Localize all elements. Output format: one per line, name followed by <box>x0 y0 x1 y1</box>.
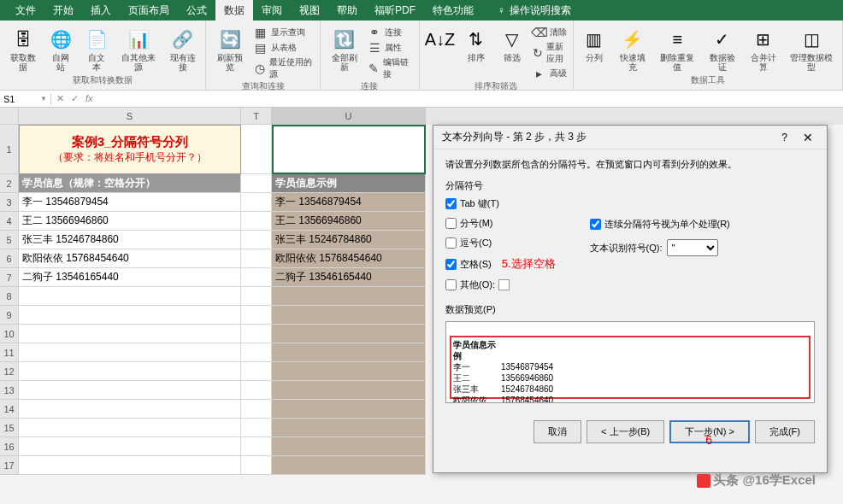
data-cell[interactable]: 张三丰 15246784860 <box>19 231 241 249</box>
tab-formulas[interactable]: 公式 <box>178 0 215 21</box>
row-header[interactable]: 11 <box>0 343 19 362</box>
col-header-s[interactable]: S <box>19 108 241 125</box>
row-header[interactable]: 6 <box>0 249 19 268</box>
row-header[interactable]: 3 <box>0 193 19 212</box>
flash-fill-button[interactable]: ⚡快速填充 <box>615 22 651 72</box>
cell[interactable] <box>272 362 426 381</box>
recent-sources-button[interactable]: ◷最近使用的源 <box>254 56 315 80</box>
comma-checkbox[interactable]: 逗号(C) <box>445 237 556 249</box>
cell[interactable] <box>19 325 241 343</box>
cell[interactable] <box>241 231 272 249</box>
row-header[interactable]: 9 <box>0 306 19 325</box>
selected-cell[interactable] <box>272 125 426 174</box>
consolidate-button[interactable]: ⊞合并计算 <box>746 22 781 72</box>
finish-button[interactable]: 完成(F) <box>755 420 815 443</box>
text-to-columns-button[interactable]: ▥分列 <box>579 22 610 62</box>
clear-filter-button[interactable]: ⌫清除 <box>533 26 568 39</box>
cell[interactable] <box>19 381 241 400</box>
close-icon[interactable]: ✕ <box>798 131 818 144</box>
data-cell[interactable]: 李一 13546879454 <box>19 193 241 212</box>
data-cell[interactable]: 李一 13546879454 <box>272 193 426 212</box>
cell[interactable] <box>272 325 426 343</box>
cell[interactable] <box>19 362 241 381</box>
cell[interactable] <box>272 419 426 437</box>
col-header-t[interactable]: T <box>241 108 272 125</box>
row-header[interactable]: 13 <box>0 381 19 400</box>
tell-me[interactable]: 操作说明搜索 <box>510 3 571 18</box>
data-validation-button[interactable]: ✓数据验证 <box>704 22 740 72</box>
cell[interactable] <box>272 437 426 456</box>
cell[interactable] <box>272 400 426 419</box>
row-header[interactable]: 4 <box>0 212 19 231</box>
data-cell[interactable]: 二狗子 13546165440 <box>272 268 426 287</box>
from-text-button[interactable]: 📄自文本 <box>81 22 112 72</box>
from-table-button[interactable]: ▤从表格 <box>254 41 315 55</box>
cell[interactable] <box>19 456 241 475</box>
header-cell[interactable]: 学员信息示例 <box>272 174 426 193</box>
col-header-u[interactable]: U <box>272 108 426 125</box>
dropdown-icon[interactable]: ▼ <box>40 95 47 103</box>
tab-file[interactable]: 文件 <box>7 0 44 21</box>
cell[interactable] <box>272 456 426 475</box>
cell[interactable] <box>241 362 272 381</box>
data-cell[interactable]: 欧阳依依 15768454640 <box>272 249 426 268</box>
cell[interactable] <box>272 343 426 362</box>
cell[interactable] <box>241 212 272 231</box>
cell[interactable] <box>272 381 426 400</box>
cell[interactable] <box>241 456 272 475</box>
cell[interactable] <box>19 287 241 306</box>
row-header[interactable]: 10 <box>0 325 19 343</box>
properties-button[interactable]: ☰属性 <box>368 41 413 55</box>
cell[interactable] <box>241 343 272 362</box>
remove-dup-button[interactable]: ≡删除重复值 <box>656 22 699 72</box>
existing-conn-button[interactable]: 🔗现有连接 <box>165 22 200 72</box>
cell[interactable] <box>272 306 426 325</box>
from-web-button[interactable]: 🌐自网站 <box>45 22 76 72</box>
cell[interactable] <box>241 125 272 174</box>
enter-formula-icon[interactable]: ✓ <box>71 93 79 104</box>
row-header[interactable]: 2 <box>0 174 19 193</box>
tab-review[interactable]: 审阅 <box>253 0 291 21</box>
cell[interactable] <box>241 193 272 212</box>
row-header[interactable]: 17 <box>0 456 19 475</box>
cancel-formula-icon[interactable]: ✕ <box>56 93 64 104</box>
tab-layout[interactable]: 页面布局 <box>120 0 178 21</box>
data-model-button[interactable]: ◫管理数据模型 <box>787 22 837 72</box>
select-all-corner[interactable] <box>0 108 19 125</box>
tab-insert[interactable]: 插入 <box>82 0 120 21</box>
tab-help[interactable]: 帮助 <box>328 0 366 21</box>
fx-icon[interactable]: fx <box>85 93 93 104</box>
get-data-button[interactable]: 🗄获取数据 <box>5 22 40 72</box>
row-header[interactable]: 1 <box>0 125 19 174</box>
data-cell[interactable]: 张三丰 15246784860 <box>272 231 426 249</box>
cell[interactable] <box>241 287 272 306</box>
sort-az-button[interactable]: A↓Z <box>425 22 456 51</box>
show-queries-button[interactable]: ▦显示查询 <box>254 26 315 39</box>
edit-links-button[interactable]: ✎编辑链接 <box>368 56 413 80</box>
cell[interactable] <box>241 400 272 419</box>
tab-checkbox[interactable]: Tab 键(T) <box>445 197 556 210</box>
advanced-button[interactable]: ▸高级 <box>533 67 568 80</box>
data-cell[interactable]: 王二 13566946860 <box>272 212 426 231</box>
data-cell[interactable]: 欧阳依依 15768454640 <box>19 249 241 268</box>
row-header[interactable]: 12 <box>0 362 19 381</box>
cell[interactable] <box>241 419 272 437</box>
data-cell[interactable]: 二狗子 13546165440 <box>19 268 241 287</box>
row-header[interactable]: 7 <box>0 268 19 287</box>
from-other-button[interactable]: 📊自其他来源 <box>117 22 160 72</box>
row-header[interactable]: 16 <box>0 437 19 456</box>
tab-foxitpdf[interactable]: 福昕PDF <box>366 0 424 21</box>
other-delimiter-input[interactable] <box>498 279 510 290</box>
cell[interactable] <box>19 400 241 419</box>
sort-button[interactable]: ⇅排序 <box>461 22 492 62</box>
tab-home[interactable]: 开始 <box>44 0 82 21</box>
other-checkbox[interactable]: 其他(O): <box>445 278 556 291</box>
row-header[interactable]: 8 <box>0 287 19 306</box>
refresh-preview-button[interactable]: 🔄刷新预览 <box>211 22 249 72</box>
cell[interactable] <box>241 268 272 287</box>
cell[interactable] <box>241 381 272 400</box>
help-icon[interactable]: ? <box>781 132 787 144</box>
refresh-all-button[interactable]: 🔃全部刷新 <box>326 22 363 72</box>
semicolon-checkbox[interactable]: 分号(M) <box>445 217 556 230</box>
tab-data[interactable]: 数据 <box>215 0 253 21</box>
